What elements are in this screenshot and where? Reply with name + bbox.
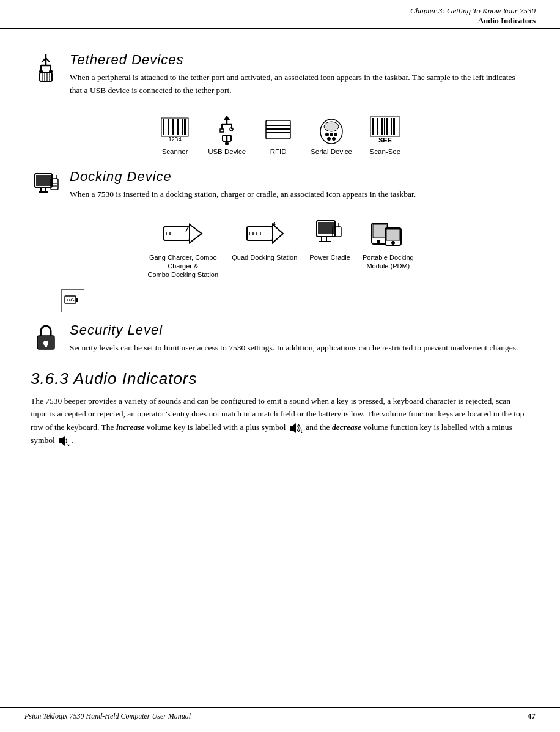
svg-rect-21 <box>180 119 180 135</box>
svg-rect-8 <box>40 73 52 81</box>
svg-rect-49 <box>377 118 378 135</box>
svg-marker-75 <box>273 224 283 243</box>
svg-rect-55 <box>391 118 392 135</box>
docking-section: Docking Device When a 7530 is inserted i… <box>31 169 529 207</box>
svg-rect-18 <box>172 119 174 135</box>
footer-page-number: 47 <box>528 711 536 721</box>
audio-decrease-word: decrease <box>332 423 361 432</box>
svg-point-43 <box>334 133 337 136</box>
audio-text: The 7530 beeper provides a variety of so… <box>31 394 529 447</box>
scan-see-label: Scan-See <box>370 148 401 155</box>
svg-line-72 <box>186 227 188 232</box>
svg-marker-26 <box>223 116 230 120</box>
tethered-icons-row: 1234 Scanner USB Device <box>31 114 529 155</box>
gang-charger-label: Gang Charger, Combo Charger &Combo Docki… <box>146 253 219 279</box>
svg-point-34 <box>225 142 229 145</box>
tethered-section: Tethered Devices When a peripheral is at… <box>31 52 529 103</box>
svg-rect-90 <box>373 224 386 238</box>
main-content: Tethered Devices When a peripheral is at… <box>0 29 560 465</box>
tethered-title: Tethered Devices <box>70 52 529 68</box>
quad-docking-icon-item: 4 Quad Docking Station <box>232 218 297 262</box>
audio-title: 3.6.3 Audio Indicators <box>31 369 529 388</box>
svg-point-45 <box>332 137 336 141</box>
footer-title: Psion Teklogix 7530 Hand-Held Computer U… <box>24 712 191 721</box>
svg-rect-17 <box>171 119 171 135</box>
svg-marker-105 <box>290 423 296 433</box>
audio-text-2: volume key is labelled with a plus symbo… <box>144 423 287 432</box>
svg-text:SEE: SEE <box>378 136 392 144</box>
svg-rect-16 <box>168 119 169 135</box>
svg-rect-74 <box>247 227 273 240</box>
quad-docking-label: Quad Docking Station <box>232 253 297 262</box>
page-header: Chapter 3: Getting To Know Your 7530 Aud… <box>0 0 560 29</box>
svg-rect-31 <box>230 128 233 131</box>
docking-title: Docking Device <box>70 169 529 185</box>
svg-text:+: + <box>300 429 303 433</box>
svg-line-100 <box>72 298 74 301</box>
audio-text-5: . <box>72 435 73 445</box>
security-icon <box>31 323 61 352</box>
svg-rect-15 <box>166 119 166 135</box>
svg-rect-54 <box>389 118 389 135</box>
svg-text:4: 4 <box>273 221 276 227</box>
usb-device-label: USB Device <box>208 148 246 155</box>
svg-rect-19 <box>175 119 175 135</box>
security-title: Security Level <box>70 322 529 338</box>
svg-point-40 <box>324 122 339 131</box>
svg-rect-14 <box>163 119 164 135</box>
tethered-icon <box>31 53 61 83</box>
svg-point-44 <box>327 137 331 141</box>
svg-point-41 <box>325 133 329 136</box>
audio-increase-word: increase <box>116 423 145 432</box>
svg-point-42 <box>330 133 333 136</box>
audio-text-3: and the <box>304 423 332 432</box>
svg-rect-22 <box>182 119 183 135</box>
page-footer: Psion Teklogix 7530 Hand-Held Computer U… <box>0 707 560 721</box>
svg-rect-51 <box>381 118 383 135</box>
power-cradle-label: Power Cradle <box>309 253 350 262</box>
svg-rect-23 <box>184 119 186 135</box>
svg-point-93 <box>377 240 380 243</box>
svg-rect-59 <box>36 175 51 186</box>
tethered-text: When a peripheral is attached to the tet… <box>70 72 529 97</box>
svg-rect-47 <box>372 118 374 135</box>
security-section: Security Level Security levels can be se… <box>31 322 529 361</box>
svg-rect-30 <box>220 129 224 132</box>
docking-body: Docking Device When a 7530 is inserted i… <box>70 169 529 207</box>
security-body: Security Level Security levels can be se… <box>70 322 529 361</box>
chapter-title: Chapter 3: Getting To Know Your 7530 <box>24 6 536 16</box>
svg-rect-96 <box>76 298 78 302</box>
scanner-label: Scanner <box>162 148 188 155</box>
rfid-label: RFID <box>270 148 287 155</box>
section-title: Audio Indicators <box>24 16 536 26</box>
svg-rect-20 <box>177 119 179 135</box>
svg-rect-56 <box>393 118 395 135</box>
volume-plus-symbol: + <box>289 421 303 434</box>
svg-marker-108 <box>59 436 65 446</box>
usb-device-icon-item: USB Device <box>208 114 246 155</box>
audio-section: 3.6.3 Audio Indicators The 7530 beeper p… <box>31 369 529 447</box>
security-text: Security levels can be set to limit user… <box>70 342 529 355</box>
svg-point-94 <box>391 241 395 245</box>
serial-device-label: Serial Device <box>311 148 352 155</box>
gang-charger-icon-item: Gang Charger, Combo Charger &Combo Docki… <box>146 218 219 279</box>
svg-rect-104 <box>45 343 47 347</box>
small-icon-section <box>61 289 529 312</box>
rfid-icon-item: RFID <box>263 114 293 155</box>
svg-rect-52 <box>384 118 385 135</box>
svg-rect-50 <box>380 118 380 135</box>
svg-rect-68 <box>164 227 190 240</box>
docking-text: When a 7530 is inserted in a docking sta… <box>70 188 529 201</box>
docking-icons-row: Gang Charger, Combo Charger &Combo Docki… <box>31 218 529 279</box>
portable-docking-icon-item: Portable DockingModule (PDM) <box>363 218 414 271</box>
tethered-body: Tethered Devices When a peripheral is at… <box>70 52 529 103</box>
svg-marker-69 <box>190 224 202 243</box>
small-icon-box <box>61 289 84 312</box>
svg-rect-82 <box>318 222 334 234</box>
svg-rect-92 <box>386 229 400 240</box>
power-cradle-icon-item: Power Cradle <box>309 218 350 262</box>
scanner-icon-item: 1234 Scanner <box>159 114 191 155</box>
svg-rect-86 <box>333 227 341 237</box>
portable-docking-label: Portable DockingModule (PDM) <box>363 253 414 271</box>
docking-section-icon <box>31 170 61 197</box>
